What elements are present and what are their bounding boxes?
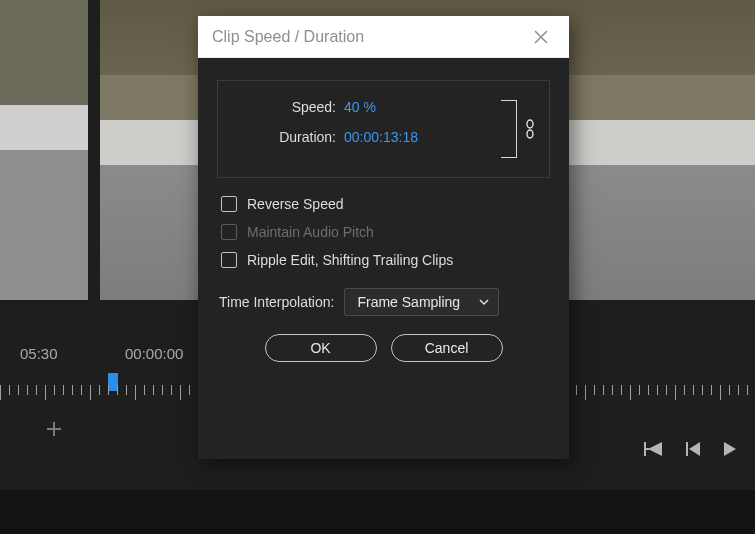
close-button[interactable] [527, 23, 555, 51]
ruler-tick [747, 385, 748, 395]
go-to-in-button[interactable] [643, 440, 663, 458]
ruler-tick [666, 385, 667, 395]
play-button[interactable] [723, 440, 737, 458]
ruler-tick [27, 385, 28, 395]
svg-marker-5 [724, 442, 736, 456]
cancel-button[interactable]: Cancel [391, 334, 503, 362]
time-interpolation-row: Time Interpolation: Frame Sampling [217, 288, 550, 316]
duration-label: Duration: [234, 129, 344, 145]
ruler-tick [189, 385, 190, 395]
svg-point-7 [527, 130, 533, 138]
checkbox-label: Maintain Audio Pitch [247, 224, 374, 240]
svg-rect-2 [646, 448, 649, 450]
svg-marker-4 [689, 442, 700, 456]
program-monitor-left [0, 0, 88, 300]
time-interpolation-dropdown[interactable]: Frame Sampling [344, 288, 499, 316]
ruler-tick [99, 385, 100, 395]
time-label: 05:30 [20, 345, 58, 362]
speed-duration-group: Speed: 40 % Duration: 00:00:13:18 [217, 80, 550, 178]
ruler-tick [585, 385, 586, 400]
ruler-tick [720, 385, 721, 400]
add-track-button[interactable] [45, 420, 63, 438]
svg-rect-0 [644, 442, 646, 456]
svg-point-6 [527, 120, 533, 128]
ruler-tick [135, 385, 136, 400]
app-root: 05:30 00:00:00 Clip Speed / Duration [0, 0, 755, 534]
ruler-tick [126, 385, 127, 395]
button-label: Cancel [425, 340, 469, 356]
status-bar [0, 490, 755, 534]
clip-speed-dialog: Clip Speed / Duration Speed: 40 % Durati… [198, 16, 569, 459]
dropdown-value: Frame Sampling [357, 294, 460, 310]
link-icon [525, 119, 535, 139]
ruler-tick [648, 385, 649, 395]
dialog-titlebar[interactable]: Clip Speed / Duration [198, 16, 569, 58]
svg-rect-3 [686, 442, 688, 456]
ruler-tick [54, 385, 55, 395]
ruler-tick [36, 385, 37, 395]
ok-button[interactable]: OK [265, 334, 377, 362]
ruler-tick [711, 385, 712, 395]
ruler-tick [117, 385, 118, 395]
reverse-speed-checkbox[interactable]: Reverse Speed [221, 196, 546, 212]
checkbox-icon [221, 252, 237, 268]
ruler-tick [45, 385, 46, 400]
ruler-tick [18, 385, 19, 395]
options-group: Reverse Speed Maintain Audio Pitch Rippl… [217, 196, 550, 284]
checkbox-label: Ripple Edit, Shifting Trailing Clips [247, 252, 453, 268]
dialog-buttons: OK Cancel [217, 334, 550, 362]
link-speed-duration[interactable] [501, 99, 535, 159]
ruler-tick [657, 385, 658, 395]
transport-controls [643, 440, 737, 458]
ruler-tick [576, 385, 577, 395]
ruler-tick [108, 385, 109, 395]
time-label: 00:00:00 [125, 345, 183, 362]
ruler-tick [9, 385, 10, 395]
ruler-tick [621, 385, 622, 395]
ruler-tick [72, 385, 73, 395]
svg-marker-1 [648, 442, 662, 456]
ruler-tick [171, 385, 172, 395]
ruler-tick [612, 385, 613, 395]
ruler-tick [729, 385, 730, 395]
bracket-icon [501, 100, 517, 158]
close-icon [534, 30, 548, 44]
checkbox-icon [221, 224, 237, 240]
checkbox-icon [221, 196, 237, 212]
ruler-tick [144, 385, 145, 395]
ruler-tick [684, 385, 685, 395]
ruler-tick [702, 385, 703, 395]
step-back-button[interactable] [685, 440, 701, 458]
ruler-tick [693, 385, 694, 395]
ruler-tick [675, 385, 676, 400]
maintain-audio-pitch-checkbox: Maintain Audio Pitch [221, 224, 546, 240]
ruler-tick [153, 385, 154, 395]
ruler-tick [738, 385, 739, 395]
ruler-tick [180, 385, 181, 400]
ruler-tick [63, 385, 64, 395]
ruler-tick [639, 385, 640, 395]
ruler-tick [90, 385, 91, 400]
speed-value[interactable]: 40 % [344, 99, 376, 115]
ruler-tick [162, 385, 163, 395]
button-label: OK [310, 340, 330, 356]
ruler-tick [594, 385, 595, 395]
ripple-edit-checkbox[interactable]: Ripple Edit, Shifting Trailing Clips [221, 252, 546, 268]
ruler-tick [0, 385, 1, 400]
chevron-down-icon [478, 296, 490, 308]
speed-label: Speed: [234, 99, 344, 115]
ruler-tick [630, 385, 631, 400]
dialog-body: Speed: 40 % Duration: 00:00:13:18 [198, 58, 569, 459]
checkbox-label: Reverse Speed [247, 196, 344, 212]
duration-value[interactable]: 00:00:13:18 [344, 129, 418, 145]
ruler-tick [81, 385, 82, 395]
dialog-title: Clip Speed / Duration [212, 28, 364, 46]
ruler-tick [603, 385, 604, 395]
time-interpolation-label: Time Interpolation: [219, 294, 334, 310]
